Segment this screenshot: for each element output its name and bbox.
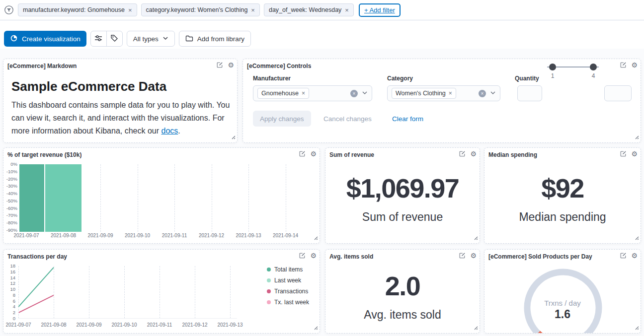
create-visualization-button[interactable]: Create visualization — [4, 31, 86, 47]
remove-filter-icon[interactable]: × — [345, 7, 349, 13]
y-axis-label: 0 — [4, 316, 15, 321]
x-axis-label: 2021-09-08 — [35, 322, 72, 328]
y-axis-label: -20% — [4, 177, 17, 182]
gauge-value: 1.6 — [484, 308, 641, 321]
panel-title[interactable]: Transactions per day — [7, 252, 67, 260]
manufacturer-combobox[interactable]: Gnomehouse × × — [253, 85, 372, 101]
slider-min-label: 1 — [549, 72, 556, 79]
all-types-label: All types — [133, 35, 159, 43]
chevron-down-icon[interactable] — [362, 89, 368, 98]
edit-panel-icon[interactable] — [299, 252, 306, 259]
filter-pill-day-of-week[interactable]: day_of_week: Wednesday × — [264, 3, 354, 16]
docs-link[interactable]: docs — [161, 127, 178, 135]
x-axis-label: 2021-09-10 — [106, 322, 143, 328]
resize-handle[interactable] — [231, 133, 236, 141]
metric-label: Sum of revenue — [362, 210, 443, 224]
remove-filter-icon[interactable]: × — [128, 7, 132, 13]
panel-title[interactable]: Avg. items sold — [329, 252, 373, 260]
clear-selection-icon[interactable]: × — [350, 90, 358, 97]
resize-handle[interactable] — [634, 323, 639, 332]
y-axis-label: -70% — [4, 213, 17, 218]
chart-legend: Total itemsLast weekTransactionsTx. last… — [267, 266, 309, 310]
edit-panel-icon[interactable] — [459, 150, 466, 157]
panel-title[interactable]: Median spending — [488, 150, 537, 158]
category-label: Category — [387, 75, 413, 82]
panel-title[interactable]: % of target revenue ($10k) — [7, 150, 81, 158]
add-from-library-button[interactable]: Add from library — [179, 31, 251, 47]
gridline — [195, 266, 195, 318]
chevron-down-icon[interactable] — [490, 89, 496, 98]
resize-handle[interactable] — [473, 233, 478, 242]
gear-icon[interactable]: ⚙ — [228, 62, 234, 68]
add-filter-button[interactable]: + Add filter — [359, 3, 401, 17]
filter-pill-manufacturer[interactable]: manufacturer.keyword: Gnomehouse × — [18, 3, 137, 16]
remove-option-icon[interactable]: × — [449, 90, 452, 97]
panel-title[interactable]: Sum of revenue — [329, 150, 374, 158]
gridline — [230, 266, 231, 318]
category-combobox[interactable]: Women's Clothing × × — [387, 85, 500, 101]
panel-type-icon-group — [90, 31, 123, 47]
panel-title[interactable]: [eCommerce] Sold Products per Day — [488, 252, 592, 260]
markdown-text: This dashboard contains sample data for … — [11, 101, 230, 135]
gear-icon[interactable]: ⚙ — [470, 252, 477, 259]
resize-handle[interactable] — [473, 323, 478, 332]
gear-icon[interactable]: ⚙ — [470, 150, 477, 157]
metric-value: 2.0 — [385, 270, 420, 301]
all-types-dropdown[interactable]: All types — [127, 31, 175, 47]
quantity-min-input[interactable] — [517, 85, 542, 101]
panel-avg-items-sold: Avg. items sold ⚙ 2.0 Avg. items sold — [325, 249, 480, 334]
legend-item[interactable]: Total items — [267, 266, 309, 273]
edit-panel-icon[interactable] — [620, 62, 627, 68]
lens-icon — [10, 34, 18, 44]
x-axis-label: 2021-09-10 — [119, 233, 156, 238]
line-plot-area — [18, 266, 237, 319]
quantity-max-input[interactable] — [604, 85, 632, 101]
gridline — [286, 164, 286, 232]
legend-item[interactable]: Transactions — [267, 288, 309, 295]
resize-handle[interactable] — [634, 133, 639, 141]
gear-icon[interactable]: ⚙ — [631, 150, 638, 157]
edit-panel-icon[interactable] — [620, 150, 627, 157]
x-axis-label: 2021-09-11 — [156, 233, 193, 238]
x-axis-label: 2021-09-11 — [141, 322, 178, 328]
panel-title[interactable]: [eCommerce] Controls — [247, 62, 311, 69]
filter-funnel-icon[interactable] — [4, 5, 14, 15]
x-axis-label: 2021-09-09 — [82, 233, 119, 238]
resize-handle[interactable] — [634, 233, 639, 242]
edit-panel-icon[interactable] — [620, 252, 627, 259]
filter-pill-label: manufacturer.keyword: Gnomehouse — [23, 6, 125, 13]
panel-target-revenue: % of target revenue ($10k) ⚙ 0%-10%-20%-… — [3, 147, 320, 244]
annotation-button[interactable] — [107, 31, 122, 46]
bar-segment[interactable] — [19, 164, 44, 232]
x-axis-label: 2021-09-12 — [193, 233, 230, 238]
legend-item[interactable]: Last week — [267, 277, 309, 284]
gear-icon[interactable]: ⚙ — [631, 252, 638, 259]
gear-icon[interactable]: ⚙ — [310, 150, 317, 157]
legend-dot — [267, 278, 271, 282]
bar-segment[interactable] — [45, 164, 81, 232]
selected-option-pill: Women's Clothing × — [392, 88, 456, 99]
gridline — [160, 266, 160, 318]
gear-icon[interactable]: ⚙ — [310, 252, 317, 259]
edit-panel-icon[interactable] — [299, 150, 306, 157]
gridline — [54, 266, 54, 318]
y-axis-label: 8 — [4, 293, 15, 298]
panel-title[interactable]: [eCommerce] Markdown — [7, 62, 77, 69]
remove-filter-icon[interactable]: × — [251, 7, 255, 13]
cancel-changes-button[interactable]: Cancel changes — [319, 111, 377, 127]
y-axis-label: -60% — [4, 206, 17, 211]
edit-panel-icon[interactable] — [459, 252, 466, 259]
clear-selection-icon[interactable]: × — [479, 90, 486, 97]
apply-changes-button[interactable]: Apply changes — [253, 111, 311, 127]
clear-form-button[interactable]: Clear form — [388, 111, 427, 127]
legend-label: Tx. last week — [274, 299, 309, 306]
line-series-svg — [18, 266, 237, 319]
edit-panel-icon[interactable] — [216, 62, 223, 68]
gear-icon[interactable]: ⚙ — [631, 62, 638, 68]
legend-item[interactable]: Tx. last week — [267, 299, 309, 306]
controls-button[interactable] — [91, 31, 106, 46]
filter-pill-category[interactable]: category.keyword: Women's Clothing × — [141, 3, 260, 16]
remove-option-icon[interactable]: × — [302, 90, 305, 97]
resize-handle[interactable] — [313, 233, 318, 242]
resize-handle[interactable] — [313, 323, 318, 332]
